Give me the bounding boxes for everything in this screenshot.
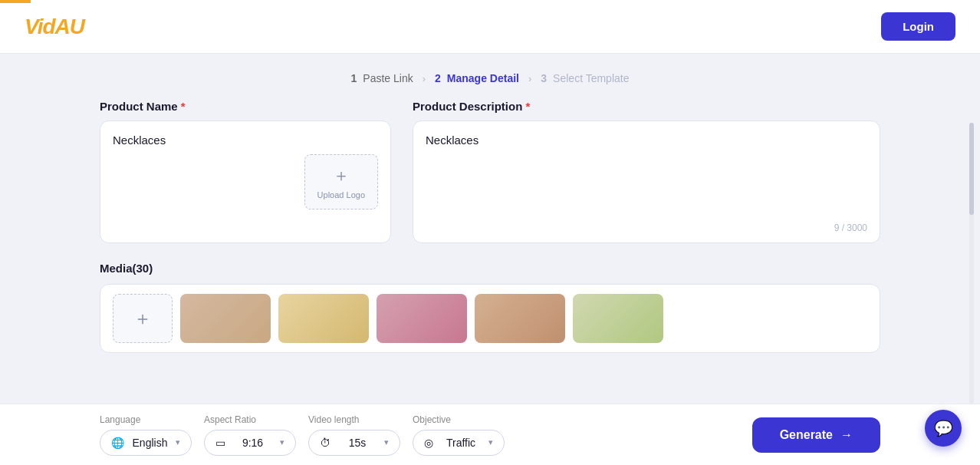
aspect-ratio-dropdown[interactable]: ▭ 9:16 ▾ [204, 430, 296, 456]
media-strip: ＋ [100, 284, 880, 353]
product-description-group: Product Description * Necklaces 9 / 3000 [413, 100, 880, 243]
step3-label: Select Template [553, 72, 629, 84]
product-description-input[interactable]: Necklaces 9 / 3000 [413, 120, 880, 243]
language-dropdown[interactable]: 🌐 English ▾ [100, 430, 192, 456]
chat-icon: 💬 [934, 419, 953, 437]
media-add-icon: ＋ [133, 309, 152, 328]
login-button[interactable]: Login [881, 12, 955, 41]
upload-logo-button[interactable]: ＋ Upload Logo [304, 154, 378, 209]
product-name-group: Product Name * Necklaces ＋ Upload Logo [100, 100, 391, 243]
step-2: 2 Manage Detail [435, 72, 519, 84]
objective-dropdown[interactable]: ◎ Traffic ▾ [413, 430, 505, 456]
form-row: Product Name * Necklaces ＋ Upload Logo P… [100, 100, 880, 243]
video-length-label: Video length [308, 414, 400, 425]
aspect-ratio-chevron-icon: ▾ [280, 437, 284, 447]
generate-label: Generate [780, 428, 833, 442]
media-thumb-3[interactable] [377, 294, 467, 343]
objective-section: Objective ◎ Traffic ▾ [413, 414, 505, 456]
step-1: 1 Paste Link [351, 72, 413, 84]
product-name-label: Product Name * [100, 100, 391, 113]
stepper-chevron-1: › [423, 73, 426, 84]
generate-button[interactable]: Generate → [752, 417, 880, 453]
product-description-value: Necklaces [426, 134, 478, 147]
media-thumb-5[interactable] [573, 294, 663, 343]
step3-number: 3 [541, 72, 547, 84]
media-thumb-1[interactable] [180, 294, 271, 343]
logo: VidAU [25, 15, 84, 39]
step-3: 3 Select Template [541, 72, 629, 84]
language-label: Language [100, 414, 192, 425]
aspect-ratio-section: Aspect Ratio ▭ 9:16 ▾ [204, 414, 296, 456]
upload-plus-icon: ＋ [333, 164, 350, 187]
video-length-section: Video length ⏱ 15s ▾ [308, 414, 400, 456]
language-value: English [130, 437, 169, 449]
aspect-ratio-value: 9:16 [232, 437, 274, 449]
objective-label: Objective [413, 414, 505, 425]
video-length-value: 15s [337, 437, 378, 449]
generate-arrow-icon: → [840, 428, 853, 442]
target-icon: ◎ [424, 437, 433, 449]
media-thumb-4[interactable] [475, 294, 565, 343]
objective-value: Traffic [439, 437, 482, 449]
scrollbar-track [969, 123, 974, 404]
media-section: Media(30) ＋ [100, 262, 880, 353]
globe-icon: 🌐 [111, 437, 124, 449]
video-length-dropdown[interactable]: ⏱ 15s ▾ [308, 430, 400, 456]
step1-number: 1 [351, 72, 357, 84]
logo-text: VidAU [25, 15, 84, 38]
bottom-toolbar: Language 🌐 English ▾ Aspect Ratio ▭ 9:16… [0, 404, 980, 465]
product-name-input[interactable]: Necklaces ＋ Upload Logo [100, 120, 391, 243]
media-label: Media(30) [100, 262, 880, 275]
clock-icon: ⏱ [320, 437, 331, 449]
topbar: VidAU Login [0, 0, 980, 54]
step2-number: 2 [435, 72, 441, 84]
main-content: Product Name * Necklaces ＋ Upload Logo P… [0, 100, 980, 353]
language-section: Language 🌐 English ▾ [100, 414, 192, 456]
step2-label: Manage Detail [447, 72, 519, 84]
video-length-chevron-icon: ▾ [384, 437, 389, 447]
media-add-button[interactable]: ＋ [113, 294, 173, 343]
step1-label: Paste Link [363, 72, 413, 84]
media-thumb-2[interactable] [278, 294, 369, 343]
product-description-label: Product Description * [413, 100, 880, 113]
char-count: 9 / 3000 [834, 223, 867, 233]
upload-logo-label: Upload Logo [317, 190, 365, 200]
product-name-value: Necklaces [113, 134, 378, 147]
stepper-chevron-2: › [528, 73, 531, 84]
aspect-ratio-label: Aspect Ratio [204, 414, 296, 425]
chat-widget[interactable]: 💬 [925, 410, 962, 447]
language-chevron-icon: ▾ [176, 437, 180, 447]
scrollbar-thumb[interactable] [969, 123, 974, 215]
objective-chevron-icon: ▾ [488, 437, 493, 447]
stepper: 1 Paste Link › 2 Manage Detail › 3 Selec… [0, 54, 980, 100]
ratio-icon: ▭ [215, 437, 225, 449]
